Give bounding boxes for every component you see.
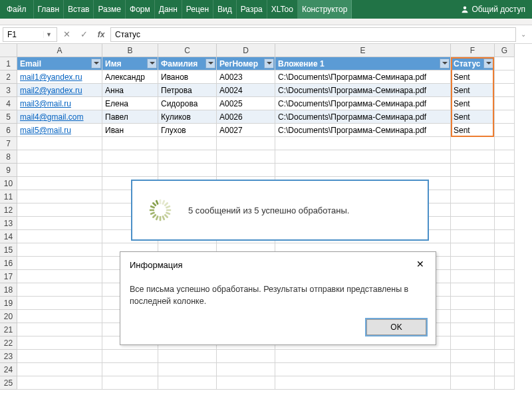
row-header[interactable]: 21: [0, 323, 17, 336]
cell-reg[interactable]: A0023: [217, 70, 275, 84]
cell[interactable]: [275, 363, 451, 376]
row-header[interactable]: 9: [0, 164, 17, 177]
cell-reg[interactable]: A0027: [217, 124, 275, 137]
cell[interactable]: [102, 150, 158, 164]
cell[interactable]: [451, 350, 495, 363]
close-icon[interactable]: ✕: [414, 259, 426, 271]
cell-name[interactable]: Елена: [102, 97, 158, 110]
cell[interactable]: [17, 310, 102, 323]
cell[interactable]: [495, 243, 515, 257]
cell[interactable]: [275, 350, 451, 363]
cell[interactable]: [158, 376, 217, 390]
cell[interactable]: [158, 350, 217, 363]
cell[interactable]: [217, 150, 275, 164]
row-header[interactable]: 8: [0, 150, 17, 164]
row-header[interactable]: 16: [0, 257, 17, 270]
cell[interactable]: [17, 270, 102, 283]
cancel-icon[interactable]: ✕: [59, 27, 74, 42]
cell[interactable]: [217, 363, 275, 376]
cell-status[interactable]: Sent: [451, 124, 495, 137]
cell[interactable]: [17, 376, 102, 390]
cell-status[interactable]: Sent: [451, 110, 495, 124]
cell[interactable]: [17, 363, 102, 376]
table-header[interactable]: Вложение 1: [275, 57, 451, 70]
cell[interactable]: [17, 323, 102, 336]
cell-reg[interactable]: A0026: [217, 110, 275, 124]
cell[interactable]: [451, 137, 495, 150]
row-header[interactable]: 15: [0, 243, 17, 257]
select-all-corner[interactable]: [0, 44, 17, 57]
ribbon-tab[interactable]: Встав: [64, 0, 94, 19]
cell[interactable]: [495, 177, 515, 190]
cell[interactable]: [495, 217, 515, 230]
cell-surname[interactable]: Глухов: [158, 124, 217, 137]
cell[interactable]: [495, 283, 515, 297]
filter-dropdown-icon[interactable]: [205, 59, 215, 68]
row-header[interactable]: 3: [0, 84, 17, 97]
cell-attach[interactable]: C:\Documents\Программа-Семинара.pdf: [275, 70, 451, 84]
cell[interactable]: [451, 336, 495, 350]
ribbon-tab[interactable]: Разра: [237, 0, 267, 19]
row-header[interactable]: 11: [0, 190, 17, 203]
cell[interactable]: [451, 230, 495, 243]
cell[interactable]: [451, 243, 495, 257]
column-header[interactable]: E: [275, 44, 451, 57]
row-header[interactable]: 13: [0, 217, 17, 230]
cell[interactable]: [495, 230, 515, 243]
ok-button[interactable]: OK: [366, 319, 426, 335]
row-header[interactable]: 1: [0, 57, 17, 70]
filter-dropdown-icon[interactable]: [147, 59, 157, 68]
row-header[interactable]: 18: [0, 283, 17, 297]
row-header[interactable]: 25: [0, 376, 17, 390]
cell-surname[interactable]: Куликов: [158, 110, 217, 124]
cell[interactable]: [217, 350, 275, 363]
cell[interactable]: [495, 84, 515, 97]
row-header[interactable]: 6: [0, 124, 17, 137]
filter-dropdown-icon[interactable]: [91, 59, 101, 68]
cell[interactable]: [495, 363, 515, 376]
cell[interactable]: [495, 97, 515, 110]
cell-email[interactable]: mail3@mail.ru: [17, 97, 102, 110]
cell[interactable]: [17, 243, 102, 257]
cell[interactable]: [275, 164, 451, 177]
cell[interactable]: [17, 177, 102, 190]
cell[interactable]: [451, 177, 495, 190]
column-header[interactable]: C: [158, 44, 217, 57]
cell[interactable]: [17, 217, 102, 230]
cell[interactable]: [495, 203, 515, 217]
cell[interactable]: [451, 376, 495, 390]
column-header[interactable]: B: [102, 44, 158, 57]
cell[interactable]: [17, 150, 102, 164]
row-header[interactable]: 23: [0, 350, 17, 363]
row-header[interactable]: 22: [0, 336, 17, 350]
row-header[interactable]: 24: [0, 363, 17, 376]
ribbon-tab[interactable]: Конструктор: [298, 0, 352, 19]
cell[interactable]: [495, 137, 515, 150]
formula-expand-icon[interactable]: ⌄: [517, 31, 529, 38]
row-header[interactable]: 14: [0, 230, 17, 243]
row-header[interactable]: 19: [0, 297, 17, 310]
column-header[interactable]: G: [495, 44, 515, 57]
cell[interactable]: [451, 270, 495, 283]
cell[interactable]: [495, 110, 515, 124]
table-header[interactable]: Фамилия: [158, 57, 217, 70]
cell-status[interactable]: Sent: [451, 97, 495, 110]
enter-icon[interactable]: ✓: [76, 27, 92, 42]
cell[interactable]: [495, 70, 515, 84]
cell-reg[interactable]: A0025: [217, 97, 275, 110]
cell[interactable]: [495, 190, 515, 203]
cell[interactable]: [495, 297, 515, 310]
cell[interactable]: [17, 257, 102, 270]
filter-dropdown-icon[interactable]: [440, 59, 450, 68]
row-header[interactable]: 7: [0, 137, 17, 150]
cell[interactable]: [495, 57, 515, 70]
name-box[interactable]: ▼: [3, 27, 57, 42]
cell[interactable]: [451, 323, 495, 336]
cell[interactable]: [158, 150, 217, 164]
cell[interactable]: [275, 137, 451, 150]
row-header[interactable]: 10: [0, 177, 17, 190]
cell[interactable]: [102, 137, 158, 150]
ribbon-tab[interactable]: XLToo: [267, 0, 298, 19]
cell[interactable]: [495, 336, 515, 350]
cell-name[interactable]: Александр: [102, 70, 158, 84]
